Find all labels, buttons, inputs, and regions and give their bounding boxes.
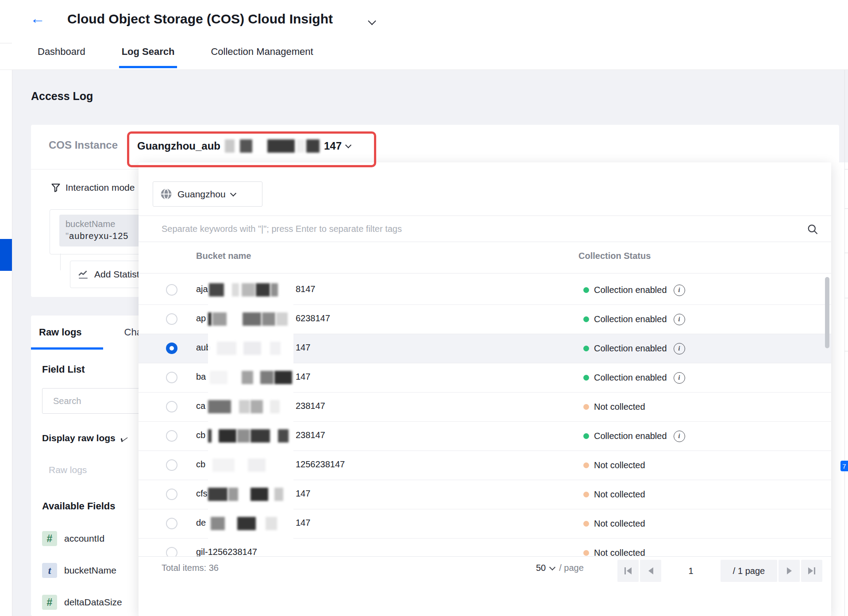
radio-unselected[interactable] xyxy=(166,401,177,412)
next-page-button[interactable] xyxy=(779,560,800,582)
background-row-line xyxy=(844,208,848,209)
active-tab-underline xyxy=(31,347,103,350)
status-dot-orange xyxy=(583,550,589,556)
search-icon[interactable] xyxy=(806,223,819,235)
nav-tabs: DashboardLog SearchCollection Management xyxy=(38,46,313,68)
info-icon[interactable]: i xyxy=(674,431,685,442)
background-page-strip xyxy=(831,162,848,616)
field-item-accountId[interactable]: #accountId xyxy=(42,531,104,546)
radio-selected[interactable] xyxy=(166,343,177,354)
info-icon[interactable]: i xyxy=(674,285,685,296)
chevron-down-icon xyxy=(345,142,351,148)
radio-unselected[interactable] xyxy=(166,547,177,556)
info-icon[interactable]: i xyxy=(674,372,685,384)
radio-unselected[interactable] xyxy=(166,284,177,296)
scrollbar-thumb[interactable] xyxy=(825,277,829,348)
status-label: Collection enabled xyxy=(594,285,667,295)
total-items-label: Total items: 36 xyxy=(162,563,219,573)
last-page-button[interactable] xyxy=(801,560,822,582)
bucket-row[interactable]: de147Not collected xyxy=(139,509,831,539)
collection-status: Collection enabledi xyxy=(583,422,685,450)
field-item-bucketName[interactable]: tbucketName xyxy=(42,563,116,578)
interaction-mode[interactable]: Interaction mode xyxy=(50,182,135,193)
status-label: Collection enabled xyxy=(594,314,667,324)
display-raw-logs-label: Display raw logs xyxy=(42,433,116,443)
bucket-list: aja8147Collection enablediap6238147Colle… xyxy=(139,273,831,556)
redacted-text xyxy=(208,304,293,334)
current-page-input[interactable]: 1 xyxy=(663,560,719,582)
status-label: Not collected xyxy=(594,519,645,529)
prev-page-button[interactable] xyxy=(640,560,661,582)
bucket-name-suffix: 238147 xyxy=(296,430,325,440)
bucket-row[interactable]: cb1256238147Not collected xyxy=(139,451,831,480)
cos-instance-select[interactable]: Guangzhou_aub 147 xyxy=(137,138,351,154)
tab-log-search[interactable]: Log Search xyxy=(122,46,175,68)
bucket-row[interactable]: aub147Collection enabledi xyxy=(139,334,831,363)
redacted-text xyxy=(208,479,293,509)
field-name: deltaDataSize xyxy=(64,597,122,608)
first-page-button[interactable] xyxy=(617,560,639,582)
logs-tab-raw-logs[interactable]: Raw logs xyxy=(39,327,82,338)
page-title: Cloud Object Storage (COS) Cloud Insight xyxy=(67,12,333,27)
radio-unselected[interactable] xyxy=(166,489,177,500)
page-size-select[interactable]: 50 / page xyxy=(536,563,584,573)
status-label: Collection enabled xyxy=(594,431,667,441)
radio-unselected[interactable] xyxy=(166,518,177,529)
title-chevron-down-icon[interactable] xyxy=(369,18,375,26)
bucket-name-suffix: 147 xyxy=(296,372,310,382)
bucket-name-prefix: ap xyxy=(196,313,206,323)
background-row-line xyxy=(844,169,848,169)
bucket-row[interactable]: ba147Collection enabledi xyxy=(139,363,831,393)
info-icon[interactable]: i xyxy=(674,314,685,325)
region-select[interactable]: Guangzhou xyxy=(153,181,262,207)
bucket-name-prefix: cfs xyxy=(196,489,208,499)
collection-status: Collection enabledi xyxy=(583,334,685,363)
status-dot-orange xyxy=(583,462,589,468)
field-name: bucketName xyxy=(64,565,116,576)
bucket-row[interactable]: cb238147Collection enabledi xyxy=(139,422,831,451)
status-label: Not collected xyxy=(594,548,645,556)
redacted-text xyxy=(208,275,293,305)
left-blue-indicator xyxy=(0,239,12,271)
bucket-name-suffix: 147 xyxy=(296,489,310,499)
radio-unselected[interactable] xyxy=(166,459,177,471)
bucket-row[interactable]: gil-1256238147Not collected xyxy=(139,539,831,556)
bucket-name-prefix: de xyxy=(196,518,206,528)
status-label: Collection enabled xyxy=(594,343,667,354)
bucket-row[interactable]: ca238147Not collected xyxy=(139,393,831,422)
text-field-icon: t xyxy=(42,563,57,578)
radio-unselected[interactable] xyxy=(166,430,177,442)
bucket-name-suffix: 8147 xyxy=(296,284,316,294)
tab-collection-management[interactable]: Collection Management xyxy=(211,46,313,68)
left-rail xyxy=(0,69,12,616)
back-arrow-icon[interactable]: ← xyxy=(30,11,45,26)
top-header: ← Cloud Object Storage (COS) Cloud Insig… xyxy=(0,0,848,70)
cos-instance-label: COS Instance xyxy=(49,139,118,151)
field-item-deltaDataSize[interactable]: #deltaDataSize xyxy=(42,595,122,610)
bucket-name-prefix: ba xyxy=(196,372,206,382)
collection-status: Not collected xyxy=(583,393,645,421)
display-raw-logs-toggle[interactable]: Display raw logs xyxy=(42,433,127,443)
bucket-row[interactable]: ap6238147Collection enabledi xyxy=(139,305,831,334)
info-icon[interactable]: i xyxy=(674,343,685,354)
bucket-name-prefix: cb xyxy=(196,430,205,440)
bucket-search-input[interactable] xyxy=(161,223,804,235)
redacted-text xyxy=(208,450,293,480)
collection-status: Collection enabledi xyxy=(583,276,685,304)
redacted-text xyxy=(208,421,293,451)
redacted-text xyxy=(225,138,320,154)
logs-tabs: Raw logsCharts xyxy=(39,327,153,338)
tab-dashboard[interactable]: Dashboard xyxy=(38,46,85,68)
radio-unselected[interactable] xyxy=(166,313,177,325)
chevron-down-icon xyxy=(230,190,236,196)
filter-tree-connector xyxy=(60,254,61,270)
collapse-chevron-icon xyxy=(121,434,127,442)
status-dot-green xyxy=(583,287,589,293)
radio-unselected[interactable] xyxy=(166,372,177,383)
collection-status: Not collected xyxy=(583,539,645,556)
bucket-name-prefix: ca xyxy=(196,401,205,411)
bucket-row[interactable]: cfs147Not collected xyxy=(139,480,831,509)
right-edge-badge[interactable]: 7 xyxy=(840,461,848,471)
bucket-name-prefix: gil-1256238147 xyxy=(196,547,257,556)
bucket-row[interactable]: aja8147Collection enabledi xyxy=(139,276,831,305)
